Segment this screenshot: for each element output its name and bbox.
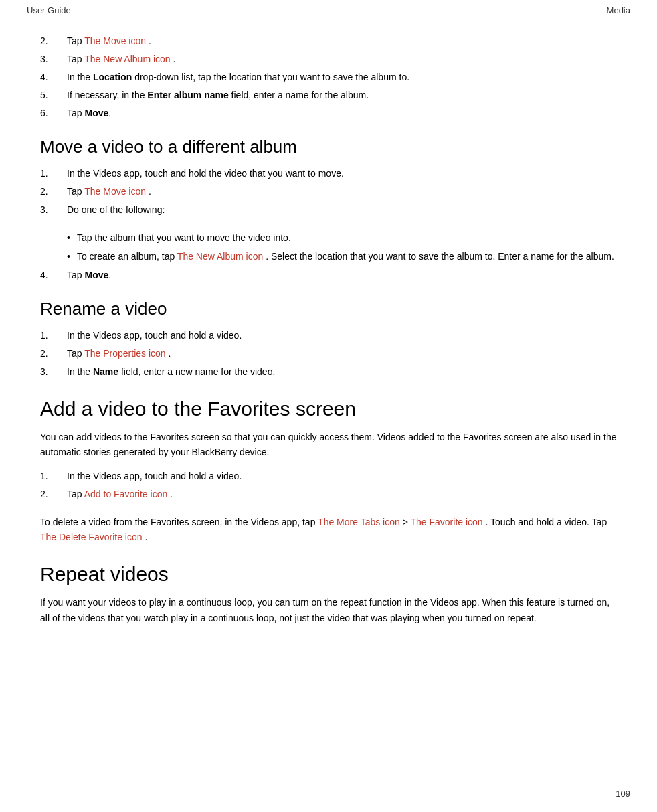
add-to-favorite-icon-ref: Add to Favorite icon xyxy=(84,489,168,499)
section5-title: Repeat videos xyxy=(40,563,617,586)
new-album-icon-ref-2: The New Album icon xyxy=(177,251,263,262)
s2-step-3-num: 3. xyxy=(40,203,67,217)
header-left: User Guide xyxy=(27,5,71,15)
step-4: 4. In the Location drop-down list, tap t… xyxy=(40,70,617,84)
section4-title: Add a video to the Favorites screen xyxy=(40,398,617,420)
s3-step-1: 1. In the Videos app, touch and hold a v… xyxy=(40,329,617,343)
properties-icon-ref: The Properties icon xyxy=(84,348,165,359)
s3-step-1-num: 1. xyxy=(40,329,67,343)
s2-step-4-text: Tap Move. xyxy=(67,268,617,282)
step-2-num: 2. xyxy=(40,34,67,48)
step-2: 2. Tap The Move icon . xyxy=(40,34,617,48)
s2-step-2-text: Tap The Move icon . xyxy=(67,185,617,199)
s2-step-4: 4. Tap Move. xyxy=(40,268,617,282)
s4-step-1: 1. In the Videos app, touch and hold a v… xyxy=(40,469,617,483)
section3-title: Rename a video xyxy=(40,299,617,319)
step-6-text: Tap Move. xyxy=(67,106,617,120)
step-3-text: Tap The New Album icon . xyxy=(67,52,617,66)
s2-step-1-text: In the Videos app, touch and hold the vi… xyxy=(67,167,617,181)
step-5-num: 5. xyxy=(40,88,67,102)
section3-steps: 1. In the Videos app, touch and hold a v… xyxy=(40,329,617,379)
bullet-1-text: Tap the album that you want to move the … xyxy=(77,230,291,245)
section2-bullets: Tap the album that you want to move the … xyxy=(67,230,617,264)
s2-step-2-num: 2. xyxy=(40,185,67,199)
s3-step-3: 3. In the Name field, enter a new name f… xyxy=(40,365,617,379)
section1-steps: 2. Tap The Move icon . 3. Tap The New Al… xyxy=(40,34,617,120)
s2-step-4-num: 4. xyxy=(40,268,67,282)
s4-step-2: 2. Tap Add to Favorite icon . xyxy=(40,487,617,501)
section4-delete-text: To delete a video from the Favorites scr… xyxy=(40,515,617,545)
section5-body: If you want your videos to play in a con… xyxy=(40,595,617,625)
bullet-1: Tap the album that you want to move the … xyxy=(67,230,617,245)
s2-step-3: 3. Do one of the following: xyxy=(40,203,617,217)
section4-steps: 1. In the Videos app, touch and hold a v… xyxy=(40,469,617,501)
more-tabs-icon-ref: The More Tabs icon xyxy=(318,517,400,527)
section2-title: Move a video to a different album xyxy=(40,137,617,157)
page-number: 109 xyxy=(616,789,630,799)
location-label: Location xyxy=(93,72,132,82)
section4-body: You can add videos to the Favorites scre… xyxy=(40,430,617,460)
move-icon-ref-2: The Move icon xyxy=(84,186,146,197)
step-6-num: 6. xyxy=(40,106,67,120)
step-3: 3. Tap The New Album icon . xyxy=(40,52,617,66)
s3-step-2: 2. Tap The Properties icon . xyxy=(40,347,617,361)
favorite-icon-ref: The Favorite icon xyxy=(410,517,482,527)
step-5: 5. If necessary, in the Enter album name… xyxy=(40,88,617,102)
s2-step-1: 1. In the Videos app, touch and hold the… xyxy=(40,167,617,181)
s2-step-2: 2. Tap The Move icon . xyxy=(40,185,617,199)
step-4-text: In the Location drop-down list, tap the … xyxy=(67,70,617,84)
s3-step-2-num: 2. xyxy=(40,347,67,361)
enter-album-name-label: Enter album name xyxy=(147,90,228,100)
s4-step-1-text: In the Videos app, touch and hold a vide… xyxy=(67,469,617,483)
section2-steps: 1. In the Videos app, touch and hold the… xyxy=(40,167,617,217)
new-album-icon-ref-1: The New Album icon xyxy=(84,54,170,64)
s4-step-1-num: 1. xyxy=(40,469,67,483)
step-4-num: 4. xyxy=(40,70,67,84)
s3-step-3-text: In the Name field, enter a new name for … xyxy=(67,365,617,379)
step-5-text: If necessary, in the Enter album name fi… xyxy=(67,88,617,102)
bullet-2-text: To create an album, tap The New Album ic… xyxy=(77,249,614,264)
name-field-label: Name xyxy=(93,366,118,377)
step-3-num: 3. xyxy=(40,52,67,66)
move-button-label-2: Move xyxy=(84,270,108,280)
delete-favorite-icon-ref: The Delete Favorite icon xyxy=(40,532,143,542)
s2-step-3-text: Do one of the following: xyxy=(67,203,617,217)
move-icon-ref-1: The Move icon xyxy=(84,35,146,46)
s4-step-2-num: 2. xyxy=(40,487,67,501)
s4-step-2-text: Tap Add to Favorite icon . xyxy=(67,487,617,501)
move-button-label-1: Move xyxy=(84,108,108,118)
s3-step-2-text: Tap The Properties icon . xyxy=(67,347,617,361)
s3-step-3-num: 3. xyxy=(40,365,67,379)
header-right: Media xyxy=(607,5,630,15)
step-2-text: Tap The Move icon . xyxy=(67,34,617,48)
section2-step4: 4. Tap Move. xyxy=(40,268,617,282)
s3-step-1-text: In the Videos app, touch and hold a vide… xyxy=(67,329,617,343)
step-6: 6. Tap Move. xyxy=(40,106,617,120)
s2-step-1-num: 1. xyxy=(40,167,67,181)
bullet-2: To create an album, tap The New Album ic… xyxy=(67,249,617,264)
